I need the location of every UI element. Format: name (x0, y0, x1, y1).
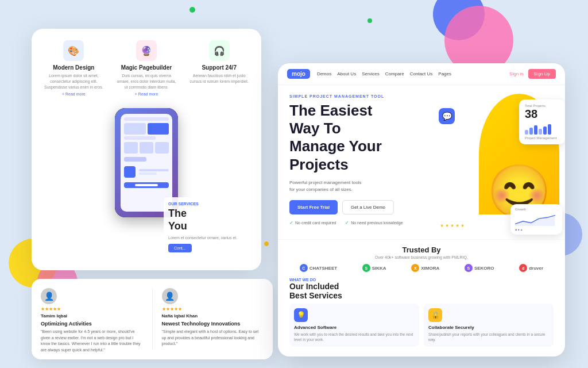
contact-button[interactable]: Cont... (168, 244, 192, 252)
main-card: mojo Demos About Us Services Compare Con… (278, 63, 565, 356)
nav-services[interactable]: Services (362, 71, 380, 76)
badge-text-2: No need previous knowledge (351, 221, 403, 225)
logo-sekoro: S SEKORO (465, 264, 494, 272)
growth-legend: ■ ● ▲ (515, 228, 558, 231)
nav-demos[interactable]: Demos (317, 71, 331, 76)
ui-btn-text (135, 184, 158, 186)
included-card-desc-2: Share/publish your reports with your col… (428, 332, 549, 342)
hero-title-line3: Manage Your (289, 137, 382, 155)
ui-block-3 (140, 142, 153, 154)
testimonial-1: 👤 ★★★★★ Tamim Iqbal Optimizing Activitie… (41, 288, 143, 350)
avatar-1: 👤 (41, 288, 57, 304)
sign-up-button[interactable]: Sign Up (528, 69, 556, 79)
chatsheet-label: CHATSHEET (310, 266, 337, 271)
bar-4 (539, 129, 542, 135)
logo-druver: d druver (519, 264, 543, 272)
name-1: Tamim Iqbal (41, 313, 143, 319)
hero-desc: Powerful project management toolsfor you… (289, 179, 404, 193)
read-more-2[interactable]: + Read more (116, 92, 177, 96)
phone-screen-inner (121, 114, 172, 212)
navbar: mojo Demos About Us Services Compare Con… (278, 63, 565, 85)
services-row: 🎨 Modern Design Lorem ipsum dolor sit am… (43, 40, 250, 96)
live-demo-button[interactable]: Get a Live Demo (342, 200, 394, 214)
advanced-software-icon: 💡 (294, 308, 308, 322)
service-support: 🎧 Support 24/7 Aenean faucibus nibh et j… (188, 40, 250, 96)
druver-label: druver (529, 266, 543, 271)
dot-yellow (264, 241, 269, 246)
service-desc-1: Lorem ipsum dolor sit amet, consectetur … (43, 73, 105, 90)
nav-logo[interactable]: mojo (287, 69, 310, 79)
dot-green2 (368, 18, 372, 23)
hero-title-line4: Projects (289, 156, 349, 173)
included-label: WHAT WE DO (289, 278, 554, 282)
included-card-title-2: Collaborate Securely (428, 325, 549, 330)
growth-label: Growth (515, 208, 558, 211)
growth-legend-text: ■ ● ▲ (515, 228, 523, 231)
included-card-desc-1: We work with you to reach the desired re… (294, 332, 415, 342)
chat-icon: 💬 (442, 112, 452, 121)
sikka-label: SIKKA (372, 266, 386, 271)
ui-bar-3 (124, 157, 146, 162)
stats-chart (525, 123, 559, 135)
growth-chart (515, 213, 558, 227)
ui-row-2 (124, 142, 169, 154)
read-more-1[interactable]: + Read more (43, 92, 105, 96)
logo-sikka: S SIKKA (362, 264, 386, 272)
included-card-title-1: Advanced Software (294, 325, 415, 330)
check-icon-2: ✓ (345, 220, 349, 225)
collaborate-icon: 🔒 (428, 308, 442, 322)
nav-about[interactable]: About Us (337, 71, 356, 76)
nav-contact[interactable]: Contact Us (410, 71, 433, 76)
ui-block-4 (155, 142, 169, 154)
trusted-section: Trusted By Over 40k+ software business g… (278, 239, 565, 278)
stars-2: ★★★★★ (162, 306, 264, 312)
star-5: ★ (461, 223, 465, 228)
badge-no-knowledge: ✓ No need previous knowledge (345, 220, 403, 225)
ximora-label: XIMORA (421, 266, 439, 271)
hero-right: 😊 Total Projects 38 Project Management (439, 91, 565, 252)
bg-circle-blue (433, 0, 485, 40)
sekoro-icon: S (465, 264, 473, 272)
project-management-label: Project Management (525, 136, 559, 140)
overlay-desc: Lorem et consectetur ornare, varius et. (168, 235, 239, 241)
badge-no-cc: ✓ No credit card required (289, 220, 336, 225)
testimonial-divider (152, 288, 153, 350)
chatsheet-icon: C (300, 264, 308, 272)
title-1: Optimizing Activities (41, 321, 143, 327)
testimonial-card: 👤 ★★★★★ Tamim Iqbal Optimizing Activitie… (32, 279, 273, 359)
start-free-trial-button[interactable]: Start Free Trial (289, 200, 338, 214)
service-title-3: Support 24/7 (188, 64, 250, 71)
ui-button (124, 182, 169, 188)
bar-1 (525, 130, 528, 135)
hero-title-line2: Way To (289, 120, 341, 137)
service-title-1: Modern Design (43, 64, 105, 71)
modern-design-icon: 🎨 (63, 40, 84, 61)
support-icon: 🎧 (209, 40, 230, 61)
included-section: WHAT WE DO Our IncludedBest Services 💡 A… (278, 278, 565, 352)
sign-in-link[interactable]: Sign in (509, 71, 523, 76)
ui-avatar (124, 166, 136, 178)
druver-icon: d (519, 264, 527, 272)
text-2: "Simple and elegant with a host of optio… (162, 329, 264, 347)
ui-block-1 (124, 123, 146, 135)
sikka-icon: S (362, 264, 370, 272)
overlay-title: TheYou (168, 208, 239, 232)
service-pagebuilder: 🔮 Magic Pagebuilder Duis cursus, mi quis… (116, 40, 177, 96)
bar-5 (543, 126, 547, 135)
back-card-overlay: OUR SERVICES TheYou Lorem et consectetur… (164, 197, 244, 257)
nav-compare[interactable]: Compare (385, 71, 404, 76)
badge-text-1: No credit card required (295, 221, 336, 225)
service-desc-3: Aenean faucibus nibh et justo cursus id … (188, 73, 250, 85)
included-cards: 💡 Advanced Software We work with you to … (289, 304, 554, 347)
growth-svg (515, 213, 558, 227)
ui-text-1 (139, 169, 169, 171)
service-modern-design: 🎨 Modern Design Lorem ipsum dolor sit am… (43, 40, 105, 96)
bar-2 (529, 128, 533, 135)
trusted-title: Trusted By (289, 246, 554, 254)
star-1: ★ (440, 223, 444, 228)
growth-card: Growth ■ ● ▲ (510, 204, 562, 235)
ximora-icon: X (411, 264, 419, 272)
bar-6 (548, 124, 551, 135)
nav-pages[interactable]: Pages (438, 71, 451, 76)
ui-text-2 (139, 172, 157, 175)
